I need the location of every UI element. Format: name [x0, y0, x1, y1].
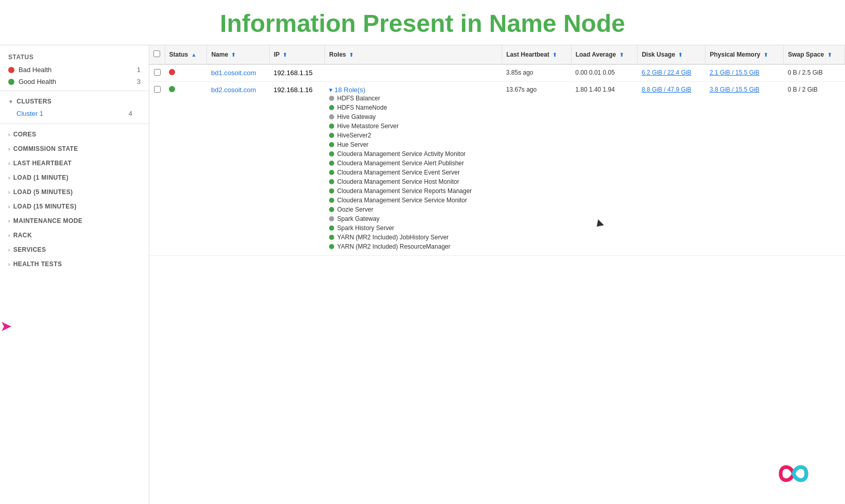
- list-item: HDFS Balancer: [329, 94, 498, 103]
- cores-label: CORES: [13, 131, 37, 138]
- row-checkbox[interactable]: [154, 86, 161, 93]
- list-item: Spark History Server: [329, 223, 498, 233]
- list-item: Hive Metastore Server: [329, 121, 498, 131]
- col-ip[interactable]: IP ⬆: [269, 45, 325, 64]
- col-disk-usage[interactable]: Disk Usage ⬆: [637, 45, 705, 64]
- cluster1-item[interactable]: Cluster 1 4: [0, 108, 149, 119]
- role-dot: [329, 216, 334, 221]
- role-dot: [329, 170, 334, 175]
- hosts-table: Status ▲ Name ⬆ IP ⬆ Roles ⬆ Last Heartb…: [149, 45, 845, 256]
- role-label: Cloudera Management Service Host Monitor: [337, 178, 459, 185]
- list-item: Spark Gateway: [329, 214, 498, 223]
- row-status: [165, 82, 207, 256]
- commission-group: › COMMISSION STATE: [0, 142, 149, 156]
- load15-group: › LOAD (15 MINUTES): [0, 199, 149, 214]
- status-section-title: STATUS: [0, 50, 149, 64]
- row-name[interactable]: bd1.cosoit.com: [207, 64, 269, 82]
- role-dot: [329, 188, 334, 194]
- row-physical-memory: 2.1 GiB / 15.5 GiB: [705, 64, 784, 82]
- services-title[interactable]: › SERVICES: [0, 244, 149, 256]
- host-link[interactable]: bd1.cosoit.com: [211, 69, 256, 77]
- row-name[interactable]: bd2.cosoit.com: [207, 82, 269, 256]
- host-link[interactable]: bd2.cosoit.com: [211, 86, 256, 94]
- status-sort-icon: ▲: [192, 52, 197, 58]
- role-dot: [329, 207, 334, 212]
- col-physical-memory[interactable]: Physical Memory ⬆: [705, 45, 784, 64]
- list-item: Cloudera Management Service Reports Mana…: [329, 186, 498, 196]
- commission-title[interactable]: › COMMISSION STATE: [0, 143, 149, 155]
- col-roles[interactable]: Roles ⬆: [325, 45, 502, 64]
- load1-title[interactable]: › LOAD (1 MINUTE): [0, 171, 149, 184]
- role-label: HiveServer2: [337, 132, 371, 139]
- clusters-group: ▼ CLUSTERS Cluster 1 4: [0, 94, 149, 120]
- row-roles: ▾ 18 Role(s)HDFS BalancerHDFS NameNodeHi…: [325, 82, 502, 256]
- bad-health-item[interactable]: Bad Health 1: [0, 64, 149, 76]
- maintenance-title[interactable]: › MAINTENANCE MODE: [0, 215, 149, 227]
- cores-chevron: ›: [8, 132, 10, 137]
- row-checkbox-cell[interactable]: [149, 82, 165, 256]
- col-name[interactable]: Name ⬆: [207, 45, 269, 64]
- page-title: Information Present in Name Node: [0, 9, 845, 38]
- header-checkbox[interactable]: [153, 50, 160, 57]
- bad-health-dot: [8, 67, 14, 73]
- health-tests-title[interactable]: › HEALTH TESTS: [0, 258, 149, 270]
- col-load-avg[interactable]: Load Average ⬆: [571, 45, 637, 64]
- role-label: HDFS Balancer: [337, 95, 380, 102]
- services-label: SERVICES: [13, 246, 46, 253]
- table-row: bd2.cosoit.com192.168.1.16▾ 18 Role(s)HD…: [149, 82, 845, 256]
- maintenance-chevron: ›: [8, 218, 10, 224]
- sidebar: STATUS Bad Health 1 Good Health 3 ▼ CLUS…: [0, 45, 149, 503]
- col-last-heartbeat[interactable]: Last Heartbeat ⬆: [502, 45, 571, 64]
- rack-title[interactable]: › RACK: [0, 229, 149, 241]
- list-item: YARN (MR2 Included) JobHistory Server: [329, 233, 498, 242]
- role-label: Cloudera Management Service Service Moni…: [337, 197, 467, 204]
- load1-chevron: ›: [8, 175, 10, 181]
- good-health-count: 3: [137, 78, 141, 85]
- list-item: Cloudera Management Service Service Moni…: [329, 196, 498, 205]
- list-item: Hive Gateway: [329, 112, 498, 121]
- role-dot: [329, 124, 334, 129]
- list-item: Hue Server: [329, 140, 498, 149]
- select-all-checkbox[interactable]: [149, 45, 165, 64]
- good-health-item[interactable]: Good Health 3: [0, 76, 149, 88]
- main-layout: STATUS Bad Health 1 Good Health 3 ▼ CLUS…: [0, 45, 845, 503]
- commission-label: COMMISSION STATE: [13, 145, 78, 152]
- disk-sort-icon: ⬆: [678, 52, 682, 58]
- load15-title[interactable]: › LOAD (15 MINUTES): [0, 200, 149, 213]
- row-checkbox[interactable]: [154, 69, 161, 76]
- load5-title[interactable]: › LOAD (5 MINUTES): [0, 186, 149, 198]
- good-health-label: Good Health: [19, 78, 56, 85]
- name-sort-icon: ⬆: [231, 52, 235, 58]
- load1-group: › LOAD (1 MINUTE): [0, 170, 149, 185]
- list-item: Cloudera Management Service Alert Publis…: [329, 159, 498, 168]
- rack-group: › RACK: [0, 228, 149, 242]
- table-row: bd1.cosoit.com192.168.1.153.85s ago0.00 …: [149, 64, 845, 82]
- last-heartbeat-title[interactable]: › LAST HEARTBEAT: [0, 157, 149, 169]
- roles-toggle[interactable]: ▾ 18 Role(s): [329, 86, 366, 94]
- arrow-indicator: ➤: [0, 319, 12, 334]
- row-ip: 192.168.1.15: [269, 64, 325, 82]
- last-heartbeat-group: › LAST HEARTBEAT: [0, 156, 149, 170]
- rack-label: RACK: [13, 232, 32, 239]
- col-swap-space[interactable]: Swap Space ⬆: [784, 45, 845, 64]
- list-item: HiveServer2: [329, 131, 498, 140]
- list-item: Cloudera Management Service Event Server: [329, 168, 498, 177]
- status-dot: [169, 86, 175, 92]
- memory-sort-icon: ⬆: [764, 52, 768, 58]
- row-checkbox-cell[interactable]: [149, 64, 165, 82]
- row-load-avg: 1.80 1.40 1.94: [571, 82, 637, 256]
- cores-title[interactable]: › CORES: [0, 128, 149, 141]
- clusters-group-title[interactable]: ▼ CLUSTERS: [0, 95, 149, 108]
- maintenance-label: MAINTENANCE MODE: [13, 217, 82, 224]
- roles-sort-icon: ⬆: [349, 52, 353, 58]
- list-item: Cloudera Management Service Host Monitor: [329, 177, 498, 186]
- logo-area: [763, 456, 824, 494]
- role-label: Spark History Server: [337, 224, 394, 232]
- heartbeat-sort-icon: ⬆: [553, 52, 557, 58]
- last-heartbeat-label: LAST HEARTBEAT: [13, 160, 72, 167]
- role-dot: [329, 198, 334, 203]
- col-status[interactable]: Status ▲: [165, 45, 207, 64]
- services-chevron: ›: [8, 247, 10, 253]
- role-dot: [329, 235, 334, 240]
- role-dot: [329, 244, 334, 249]
